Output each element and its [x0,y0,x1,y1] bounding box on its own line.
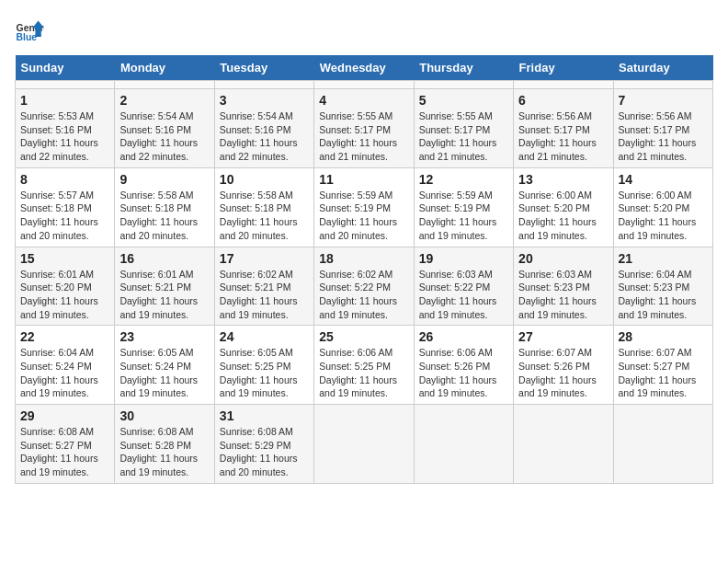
calendar-week-row: 1Sunrise: 5:53 AM Sunset: 5:16 PM Daylig… [16,89,713,168]
page-header: General Blue [15,15,713,44]
day-number: 9 [119,172,209,187]
day-content: Sunrise: 5:54 AM Sunset: 5:16 PM Dayligh… [220,109,309,164]
day-number: 28 [619,329,708,344]
day-content: Sunrise: 5:55 AM Sunset: 5:17 PM Dayligh… [419,109,508,164]
day-content: Sunrise: 6:08 AM Sunset: 5:28 PM Dayligh… [119,425,209,479]
day-content: Sunrise: 5:58 AM Sunset: 5:18 PM Dayligh… [220,189,309,243]
calendar-cell [214,81,313,89]
day-number: 29 [20,408,109,423]
column-header-wednesday: Wednesday [314,55,414,81]
day-content: Sunrise: 5:56 AM Sunset: 5:17 PM Dayligh… [518,109,608,164]
day-content: Sunrise: 6:02 AM Sunset: 5:22 PM Dayligh… [319,268,408,322]
calendar-cell: 29Sunrise: 6:08 AM Sunset: 5:27 PM Dayli… [16,405,115,484]
day-content: Sunrise: 6:07 AM Sunset: 5:26 PM Dayligh… [518,346,608,400]
calendar-cell [613,81,712,89]
calendar-cell [314,81,414,89]
day-number: 31 [220,408,309,423]
day-number: 18 [319,251,408,266]
day-content: Sunrise: 6:01 AM Sunset: 5:21 PM Dayligh… [119,268,209,322]
day-content: Sunrise: 6:08 AM Sunset: 5:27 PM Dayligh… [20,425,109,479]
day-content: Sunrise: 6:04 AM Sunset: 5:24 PM Dayligh… [20,346,109,400]
svg-text:Blue: Blue [17,32,38,42]
calendar-cell: 3Sunrise: 5:54 AM Sunset: 5:16 PM Daylig… [214,89,313,168]
calendar-cell: 23Sunrise: 6:05 AM Sunset: 5:24 PM Dayli… [115,326,214,405]
column-header-saturday: Saturday [613,55,712,81]
day-number: 12 [419,172,508,187]
calendar-cell: 17Sunrise: 6:02 AM Sunset: 5:21 PM Dayli… [214,247,313,326]
day-number: 19 [419,251,508,266]
day-content: Sunrise: 6:05 AM Sunset: 5:25 PM Dayligh… [220,346,309,400]
day-content: Sunrise: 6:00 AM Sunset: 5:20 PM Dayligh… [619,189,708,243]
calendar-cell [514,81,613,89]
calendar-cell: 4Sunrise: 5:55 AM Sunset: 5:17 PM Daylig… [314,89,414,168]
calendar-cell [414,81,513,89]
day-content: Sunrise: 6:03 AM Sunset: 5:22 PM Dayligh… [419,268,508,322]
calendar-week-row [16,81,713,89]
day-content: Sunrise: 6:04 AM Sunset: 5:23 PM Dayligh… [619,268,708,322]
day-number: 14 [619,172,708,187]
day-content: Sunrise: 6:02 AM Sunset: 5:21 PM Dayligh… [220,268,309,322]
calendar-cell [16,81,115,89]
calendar-cell: 25Sunrise: 6:06 AM Sunset: 5:25 PM Dayli… [314,326,414,405]
day-number: 24 [220,329,309,344]
day-number: 25 [319,329,408,344]
calendar-cell: 10Sunrise: 5:58 AM Sunset: 5:18 PM Dayli… [214,167,313,247]
day-content: Sunrise: 5:59 AM Sunset: 5:19 PM Dayligh… [419,189,508,243]
day-number: 13 [518,172,608,187]
logo-icon: General Blue [15,15,44,44]
calendar-cell [314,405,414,484]
day-number: 8 [20,172,109,187]
day-content: Sunrise: 5:57 AM Sunset: 5:18 PM Dayligh… [20,189,109,243]
calendar-cell: 7Sunrise: 5:56 AM Sunset: 5:17 PM Daylig… [613,89,712,168]
day-content: Sunrise: 6:03 AM Sunset: 5:23 PM Dayligh… [518,268,608,322]
day-content: Sunrise: 5:59 AM Sunset: 5:19 PM Dayligh… [319,189,408,243]
calendar-week-row: 22Sunrise: 6:04 AM Sunset: 5:24 PM Dayli… [16,326,713,405]
day-content: Sunrise: 6:06 AM Sunset: 5:25 PM Dayligh… [319,346,408,400]
calendar-cell: 30Sunrise: 6:08 AM Sunset: 5:28 PM Dayli… [115,405,214,484]
day-content: Sunrise: 6:06 AM Sunset: 5:26 PM Dayligh… [419,346,508,400]
day-content: Sunrise: 6:01 AM Sunset: 5:20 PM Dayligh… [20,268,109,322]
calendar-cell: 31Sunrise: 6:08 AM Sunset: 5:29 PM Dayli… [214,405,313,484]
calendar-cell [613,405,712,484]
column-header-thursday: Thursday [414,55,513,81]
calendar-cell: 8Sunrise: 5:57 AM Sunset: 5:18 PM Daylig… [16,167,115,247]
calendar-cell: 5Sunrise: 5:55 AM Sunset: 5:17 PM Daylig… [414,89,513,168]
calendar-cell: 6Sunrise: 5:56 AM Sunset: 5:17 PM Daylig… [514,89,613,168]
calendar-cell: 21Sunrise: 6:04 AM Sunset: 5:23 PM Dayli… [613,247,712,326]
calendar-week-row: 8Sunrise: 5:57 AM Sunset: 5:18 PM Daylig… [16,167,713,247]
calendar-table: SundayMondayTuesdayWednesdayThursdayFrid… [15,55,713,484]
calendar-cell: 12Sunrise: 5:59 AM Sunset: 5:19 PM Dayli… [414,167,513,247]
calendar-cell [514,405,613,484]
day-number: 4 [319,93,408,108]
calendar-header-row: SundayMondayTuesdayWednesdayThursdayFrid… [16,55,713,81]
calendar-cell [414,405,513,484]
logo: General Blue [15,15,44,44]
day-number: 21 [619,251,708,266]
day-number: 10 [220,172,309,187]
calendar-cell: 27Sunrise: 6:07 AM Sunset: 5:26 PM Dayli… [514,326,613,405]
day-number: 15 [20,251,109,266]
day-number: 27 [518,329,608,344]
calendar-cell: 22Sunrise: 6:04 AM Sunset: 5:24 PM Dayli… [16,326,115,405]
day-number: 22 [20,329,109,344]
day-number: 23 [119,329,209,344]
calendar-cell: 20Sunrise: 6:03 AM Sunset: 5:23 PM Dayli… [514,247,613,326]
calendar-cell: 15Sunrise: 6:01 AM Sunset: 5:20 PM Dayli… [16,247,115,326]
calendar-cell: 14Sunrise: 6:00 AM Sunset: 5:20 PM Dayli… [613,167,712,247]
day-content: Sunrise: 5:55 AM Sunset: 5:17 PM Dayligh… [319,109,408,164]
day-number: 1 [20,93,109,108]
calendar-cell: 19Sunrise: 6:03 AM Sunset: 5:22 PM Dayli… [414,247,513,326]
calendar-cell: 24Sunrise: 6:05 AM Sunset: 5:25 PM Dayli… [214,326,313,405]
day-number: 6 [518,93,608,108]
day-number: 11 [319,172,408,187]
day-content: Sunrise: 5:54 AM Sunset: 5:16 PM Dayligh… [119,109,209,164]
day-number: 16 [119,251,209,266]
day-number: 5 [419,93,508,108]
calendar-cell: 26Sunrise: 6:06 AM Sunset: 5:26 PM Dayli… [414,326,513,405]
calendar-week-row: 29Sunrise: 6:08 AM Sunset: 5:27 PM Dayli… [16,405,713,484]
column-header-friday: Friday [514,55,613,81]
calendar-week-row: 15Sunrise: 6:01 AM Sunset: 5:20 PM Dayli… [16,247,713,326]
column-header-monday: Monday [115,55,214,81]
calendar-cell: 18Sunrise: 6:02 AM Sunset: 5:22 PM Dayli… [314,247,414,326]
calendar-cell: 13Sunrise: 6:00 AM Sunset: 5:20 PM Dayli… [514,167,613,247]
